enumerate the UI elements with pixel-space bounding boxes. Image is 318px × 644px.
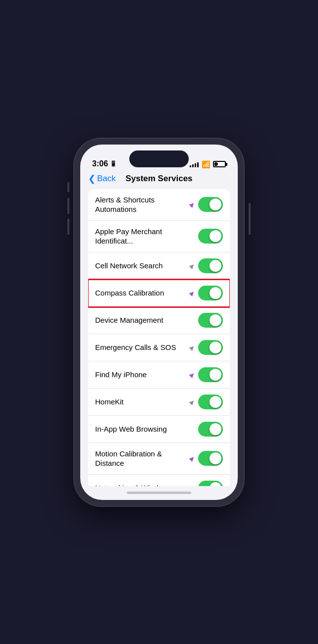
item-label-compass-calibration: Compass Calibration [95, 288, 188, 298]
toggle-knob-motion-calibration [210, 452, 221, 464]
item-right-homekit: ▶ [188, 395, 223, 409]
settings-item-cell-network[interactable]: Cell Network Search▶ [88, 252, 230, 280]
settings-item-emergency-calls[interactable]: Emergency Calls & SOS▶ [88, 334, 230, 361]
toggle-device-management[interactable] [198, 313, 223, 328]
signal-bar-2 [192, 164, 194, 167]
item-right-cell-network: ▶ [188, 258, 223, 273]
toggle-networking-wireless[interactable] [198, 481, 223, 486]
home-indicator [80, 486, 238, 500]
item-right-apple-pay [198, 229, 223, 244]
item-label-alerts-shortcuts: Alerts & Shortcuts Automations [95, 195, 188, 214]
signal-bar-1 [190, 165, 191, 167]
settings-item-find-my-iphone[interactable]: Find My iPhone▶ [88, 361, 230, 389]
item-label-find-my-iphone: Find My iPhone [95, 370, 188, 380]
content-area[interactable]: Alerts & Shortcuts Automations▶Apple Pay… [80, 189, 238, 486]
settings-item-apple-pay[interactable]: Apple Pay Merchant Identificat... [88, 221, 230, 252]
status-time: 3:06 📱 [92, 159, 117, 168]
status-icons: 📶 33 [190, 160, 226, 168]
toggle-alerts-shortcuts[interactable] [198, 197, 223, 212]
settings-list: Alerts & Shortcuts Automations▶Apple Pay… [88, 189, 230, 486]
settings-item-networking-wireless[interactable]: Networking & Wireless▶ [88, 475, 230, 486]
item-right-device-management [198, 313, 223, 328]
toggle-knob-emergency-calls [210, 342, 221, 353]
battery-level: 33 [216, 161, 222, 167]
item-right-alerts-shortcuts: ▶ [188, 197, 223, 212]
location-arrow-icon-cell-network: ▶ [187, 261, 197, 271]
settings-item-device-management[interactable]: Device Management [88, 307, 230, 334]
settings-item-homekit[interactable]: HomeKit▶ [88, 389, 230, 416]
phone-frame: 3:06 📱 📶 33 ❮ Back [74, 139, 244, 506]
dynamic-island [129, 150, 189, 167]
toggle-knob-homekit [210, 396, 221, 408]
toggle-in-app-web[interactable] [198, 422, 223, 437]
page-title: System Services [125, 174, 192, 184]
sim-icon: 📱 [110, 160, 117, 167]
item-label-apple-pay: Apple Pay Merchant Identificat... [95, 227, 198, 246]
item-right-compass-calibration: ▶ [188, 286, 223, 300]
toggle-compass-calibration[interactable] [198, 286, 223, 300]
item-right-find-my-iphone: ▶ [188, 367, 223, 382]
volume-down-button [67, 219, 69, 235]
home-bar [127, 492, 191, 494]
item-right-in-app-web [198, 422, 223, 437]
toggle-knob-apple-pay [210, 230, 221, 242]
settings-item-alerts-shortcuts[interactable]: Alerts & Shortcuts Automations▶ [88, 189, 230, 221]
silent-switch [67, 182, 69, 192]
battery-icon: 33 [213, 161, 226, 167]
signal-bar-4 [197, 162, 199, 167]
toggle-cell-network[interactable] [198, 258, 223, 273]
item-label-homekit: HomeKit [95, 397, 188, 407]
back-label: Back [97, 174, 116, 184]
item-label-device-management: Device Management [95, 315, 198, 325]
toggle-knob-find-my-iphone [210, 369, 221, 381]
item-label-cell-network: Cell Network Search [95, 261, 188, 271]
item-right-networking-wireless: ▶ [188, 481, 223, 486]
toggle-emergency-calls[interactable] [198, 340, 223, 355]
item-right-emergency-calls: ▶ [188, 340, 223, 355]
toggle-knob-alerts-shortcuts [210, 198, 221, 210]
wifi-icon: 📶 [202, 160, 210, 168]
toggle-knob-compass-calibration [210, 287, 221, 299]
phone-screen: 3:06 📱 📶 33 ❮ Back [80, 145, 238, 500]
location-arrow-icon-find-my-iphone: ▶ [187, 370, 197, 380]
toggle-knob-networking-wireless [210, 482, 221, 486]
signal-strength-icon [190, 161, 199, 167]
item-label-networking-wireless: Networking & Wireless [95, 483, 188, 486]
settings-item-in-app-web[interactable]: In-App Web Browsing [88, 416, 230, 443]
location-arrow-icon-homekit: ▶ [187, 397, 197, 407]
location-arrow-icon-alerts-shortcuts: ▶ [187, 199, 197, 209]
nav-header: ❮ Back System Services [80, 171, 238, 189]
item-label-motion-calibration: Motion Calibration & Distance [95, 449, 188, 468]
item-right-motion-calibration: ▶ [188, 451, 223, 466]
toggle-knob-cell-network [210, 260, 221, 272]
location-arrow-icon-networking-wireless: ▶ [187, 483, 197, 486]
toggle-knob-in-app-web [210, 423, 221, 435]
item-label-in-app-web: In-App Web Browsing [95, 424, 198, 434]
toggle-apple-pay[interactable] [198, 229, 223, 244]
volume-up-button [67, 198, 69, 214]
settings-item-compass-calibration[interactable]: Compass Calibration▶ [88, 280, 230, 307]
settings-item-motion-calibration[interactable]: Motion Calibration & Distance▶ [88, 443, 230, 475]
toggle-homekit[interactable] [198, 395, 223, 409]
location-arrow-icon-emergency-calls: ▶ [187, 343, 197, 352]
time-display: 3:06 [92, 159, 108, 168]
signal-bar-3 [195, 163, 196, 167]
back-button[interactable]: ❮ Back [88, 173, 116, 184]
location-arrow-icon-compass-calibration: ▶ [187, 288, 197, 298]
power-button [249, 203, 251, 235]
toggle-knob-device-management [210, 314, 221, 326]
item-label-emergency-calls: Emergency Calls & SOS [95, 343, 188, 352]
toggle-find-my-iphone[interactable] [198, 367, 223, 382]
back-chevron-icon: ❮ [88, 173, 96, 184]
location-arrow-icon-motion-calibration: ▶ [187, 453, 197, 463]
toggle-motion-calibration[interactable] [198, 451, 223, 466]
